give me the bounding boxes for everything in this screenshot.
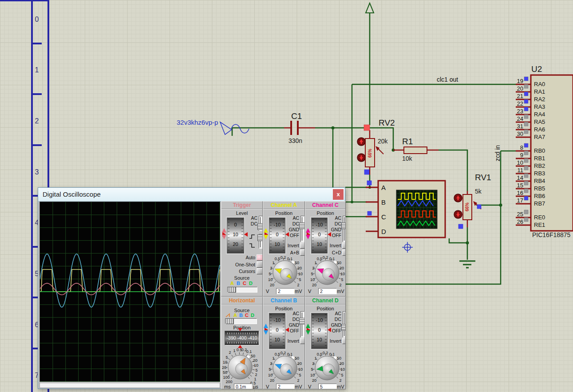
timebase-position-display[interactable]: -390 -400 -410 (225, 331, 259, 345)
panel-channel-b: Channel BPosition-10010ACDCGNDOFFInvert0… (263, 297, 305, 389)
coupling-slider-knob[interactable] (299, 318, 305, 325)
invert-button[interactable] (300, 338, 305, 344)
source-channel-c[interactable]: C (245, 313, 249, 318)
knob-pointer-arrow (241, 369, 245, 375)
proteus-schematic-canvas: 01234567 (0, 0, 573, 392)
position-marker-bottom (238, 345, 242, 348)
knob-scale-label: 0.1 (287, 352, 293, 356)
scale-value-box[interactable]: 2 (318, 288, 337, 294)
adjust-arrows-icon[interactable] (222, 228, 227, 239)
knob-scale-label: 2 (339, 283, 341, 287)
source-label: Source (221, 275, 262, 281)
sum-button[interactable] (342, 249, 346, 256)
pin-number: 21 (517, 93, 523, 99)
pin-state-square (524, 143, 528, 147)
coupling-slider-knob[interactable] (299, 222, 305, 229)
edge-select-icons (249, 234, 256, 249)
mcu-u2[interactable]: 19RA020RA121RA222RA323RA424RA531RA630RA7… (516, 75, 573, 231)
coupling-label: AC (286, 311, 299, 316)
invert-label: Invert (272, 338, 299, 344)
adjust-arrows-icon[interactable] (306, 228, 311, 239)
pin-state-square (524, 174, 528, 178)
cursors-label: Cursors (228, 269, 255, 274)
ruler-number: 2 (35, 117, 39, 125)
pin-number: 10 (517, 159, 523, 166)
source-channel-a[interactable]: A (233, 313, 237, 318)
knob-scale-label: 10 (268, 373, 273, 377)
pot-down-button[interactable] (357, 154, 365, 162)
knob-scale-label: 0.2 (323, 255, 328, 260)
horizontal-source-slider[interactable] (225, 318, 257, 324)
coupling-slider-knob[interactable] (341, 222, 346, 229)
scale-value-box[interactable]: 5 (318, 384, 337, 389)
knob-scale-label: 10 (298, 367, 303, 372)
close-button[interactable]: x (333, 189, 344, 200)
knob-scale-label: 5 (311, 367, 313, 372)
rv2-percent: 66% (368, 149, 372, 158)
coupling-label: DC (244, 221, 257, 226)
oscilloscope-component[interactable]: ABCD (366, 181, 445, 238)
knob-scale-label: 5 (255, 368, 257, 372)
scale-value-box[interactable]: 2 (276, 288, 295, 294)
unit-right-label: mV (337, 384, 346, 389)
source-channel-d[interactable]: D (251, 313, 254, 318)
adjust-arrows-icon[interactable] (264, 228, 269, 239)
knob-scale-label: 20 (222, 365, 226, 370)
knob-scale-label: 0.2 (281, 255, 286, 260)
scope-screen (40, 202, 221, 382)
pin-state-square (524, 84, 528, 88)
knob-scale-label: 2 (297, 283, 299, 287)
knob-scale-label: 0.1 (329, 352, 335, 356)
knob-scale-label: 5 (269, 272, 271, 276)
pin-name: RB2 (534, 162, 545, 169)
power-arrow-icon (366, 3, 374, 13)
knob-pointer-arrow (240, 358, 245, 364)
resistor-r1[interactable] (393, 147, 439, 154)
invert-button[interactable] (342, 338, 346, 344)
edge-slider-knob[interactable] (257, 234, 263, 241)
wheel-value: 0 (312, 327, 327, 333)
trigger-coupling-slider-knob[interactable] (257, 223, 263, 230)
scale-value-box[interactable]: 0.1m (234, 384, 252, 389)
oneshot-button[interactable] (257, 261, 263, 268)
adjust-arrows-icon[interactable] (264, 324, 269, 335)
knob-scale-label: 10 (223, 360, 227, 364)
knob-scale-label: 5 (269, 367, 271, 372)
source-channel-a[interactable]: A (230, 281, 234, 286)
window-titlebar[interactable]: Digital Oscilloscope x (38, 188, 345, 202)
knob-scale-label: 2 (270, 266, 272, 270)
pot-down-button[interactable] (454, 210, 462, 218)
knob-scale-label: 10 (298, 272, 303, 276)
source-channel-b[interactable]: B (239, 313, 243, 318)
cursors-button[interactable] (257, 268, 263, 274)
pin-number: 17 (517, 197, 523, 204)
adjust-arrows-icon[interactable] (306, 324, 311, 335)
knob-scale-label: 20 (297, 361, 302, 366)
knob-scale-label: 0.5 (317, 352, 323, 356)
pin-state-square (524, 196, 528, 200)
pot-up-button[interactable] (357, 138, 365, 146)
invert-button[interactable] (300, 242, 305, 249)
level-thumbwheel[interactable]: 01020 (227, 218, 244, 253)
source-channel-b[interactable]: B (237, 281, 240, 286)
scale-value-box[interactable]: 2 (276, 384, 295, 389)
pin-number: 20 (517, 85, 523, 92)
scope-trace-area (40, 202, 220, 382)
trigger-source-slider[interactable] (227, 287, 257, 293)
sum-button[interactable] (300, 249, 305, 256)
wheel-value: -10 (269, 317, 285, 323)
pin-name: RB3 (534, 170, 545, 177)
knob-scale-label: 100 (223, 375, 229, 380)
source-channel-c[interactable]: C (243, 281, 246, 286)
scope-bottom-strip[interactable] (40, 383, 220, 388)
scope-input-label: B (381, 198, 386, 206)
pot-up-button[interactable] (454, 194, 462, 202)
unit-right-label: mV (295, 289, 304, 294)
invert-button[interactable] (342, 242, 346, 249)
capacitor-c1[interactable] (284, 121, 315, 135)
timebase-position-readout: -390 -400 -410 (225, 335, 259, 341)
pin-number: 26 (517, 218, 523, 225)
auto-button[interactable] (257, 254, 263, 261)
coupling-slider-knob[interactable] (341, 324, 346, 331)
source-channel-d[interactable]: D (249, 281, 253, 286)
